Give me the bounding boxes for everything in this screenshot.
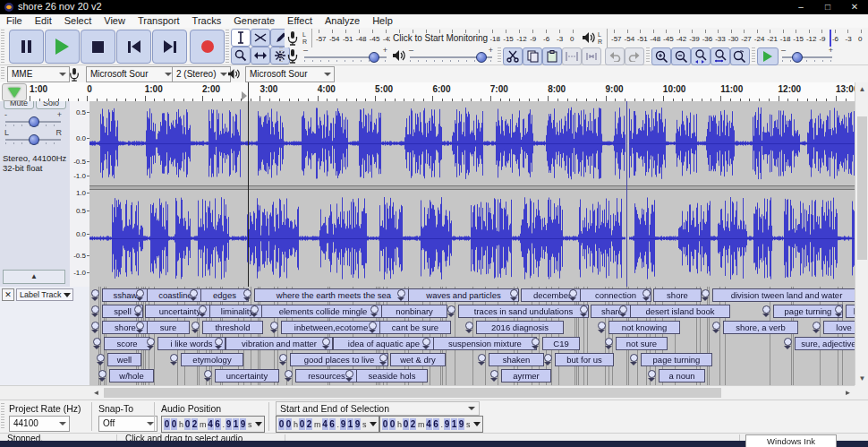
playback-volume-slider[interactable]: –+	[410, 49, 492, 64]
trim-audio-button[interactable]	[562, 47, 582, 65]
label[interactable]: inbetween,ecotome	[281, 321, 381, 334]
label-handle[interactable]	[447, 305, 455, 314]
vertical-ruler[interactable]: 0.50.0-0.5-1.01.00.50.0-0.5-1.0	[70, 101, 90, 288]
menu-analyze[interactable]: Analyze	[319, 14, 366, 27]
label-handle[interactable]	[91, 289, 99, 297]
label[interactable]: waves and particles	[408, 288, 519, 302]
label[interactable]: sure, adjective	[795, 337, 855, 350]
tools-grip[interactable]	[226, 30, 229, 64]
label-handle[interactable]	[199, 305, 207, 314]
play-at-speed-button[interactable]	[757, 47, 779, 65]
label-handle[interactable]	[270, 322, 278, 330]
label[interactable]: score	[104, 337, 150, 350]
label[interactable]: shaken	[489, 353, 544, 366]
time-digit[interactable]: 4	[208, 418, 214, 430]
horizontal-scrollbar-thumb[interactable]	[104, 388, 721, 398]
track-control-panel[interactable]: Mute Solo -+ LR Stereo, 44100Hz32-bit fl…	[0, 101, 71, 288]
selection-start-field[interactable]: 00h02m46.919s	[276, 416, 379, 433]
project-rate-select[interactable]: 44100	[9, 416, 70, 432]
label-handle[interactable]	[702, 289, 710, 297]
pause-button[interactable]	[9, 30, 44, 64]
label-handle[interactable]	[478, 354, 486, 362]
label[interactable]: share	[591, 305, 634, 318]
time-digit[interactable]: 9	[458, 418, 464, 430]
menu-select[interactable]: Select	[58, 14, 98, 27]
menu-edit[interactable]: Edit	[29, 14, 58, 27]
label[interactable]: threshold	[202, 321, 263, 334]
time-digit[interactable]: 9	[354, 418, 361, 430]
timeshift-tool-button[interactable]	[251, 47, 270, 64]
label[interactable]: division tween land and water	[712, 288, 855, 302]
label-handle[interactable]	[813, 322, 821, 330]
scroll-down-icon[interactable]: ▼	[855, 372, 868, 385]
label[interactable]: seaside hols	[356, 369, 428, 383]
ruler-scale[interactable]: 1:0001:002:003:004:005:006:007:008:009:0…	[27, 82, 855, 101]
label-handle[interactable]	[569, 289, 577, 297]
label[interactable]: wet & dry	[390, 353, 446, 366]
time-digit[interactable]: 1	[347, 418, 353, 430]
clip-boundary[interactable]	[626, 101, 627, 287]
zoom-out-button[interactable]	[671, 47, 691, 65]
maximize-button[interactable]: □	[814, 0, 841, 14]
menu-generate[interactable]: Generate	[227, 14, 281, 27]
scroll-right-icon[interactable]: ►	[841, 386, 855, 400]
label-handle[interactable]	[91, 322, 99, 330]
close-button[interactable]: ✕	[841, 0, 868, 14]
toolbar-grip[interactable]	[1, 30, 4, 64]
scroll-left-icon[interactable]: ◄	[89, 386, 103, 400]
label[interactable]: not sure	[616, 337, 668, 350]
edit-grip[interactable]	[498, 47, 501, 63]
label-handle[interactable]	[762, 305, 770, 314]
label-handle[interactable]	[136, 322, 144, 330]
label-handle[interactable]	[345, 370, 353, 378]
label-handle[interactable]	[285, 370, 293, 378]
label-handle[interactable]	[370, 305, 379, 314]
playback-speed-slider[interactable]: –+	[782, 49, 832, 64]
audio-host-select[interactable]: MME	[7, 66, 70, 82]
audio-position-field[interactable]: 00h02m46.919s	[161, 416, 265, 433]
menu-transport[interactable]: Transport	[132, 14, 186, 27]
device-grip[interactable]	[1, 67, 4, 81]
skip-to-end-button[interactable]	[152, 30, 187, 64]
label[interactable]: cant be sure	[379, 321, 451, 334]
label[interactable]: good places to live	[290, 353, 388, 366]
label-handle[interactable]	[279, 354, 287, 362]
pan-thumb[interactable]	[29, 134, 39, 145]
zoom-fit-button[interactable]	[711, 47, 730, 65]
label-handle[interactable]	[465, 322, 473, 330]
label[interactable]: well	[107, 353, 141, 366]
label-handle[interactable]	[98, 370, 106, 378]
undo-button[interactable]	[605, 47, 625, 65]
label-handle[interactable]	[215, 338, 223, 346]
label[interactable]: elements collide mingle	[261, 305, 385, 318]
silence-audio-button[interactable]	[582, 47, 601, 65]
vertical-scrollbar[interactable]: ▲ ▼	[855, 82, 868, 385]
label-handle[interactable]	[397, 289, 405, 297]
label-handle[interactable]	[422, 338, 430, 346]
recording-meter[interactable]: L R -57-54-51-48-45-42-39-36-33-30-27-24…	[285, 29, 576, 47]
zoom-grip[interactable]	[646, 47, 650, 63]
label-handle[interactable]	[136, 289, 144, 297]
label[interactable]: a noun	[659, 369, 705, 383]
label[interactable]: sure	[147, 321, 190, 334]
gain-slider[interactable]: -+	[5, 114, 61, 128]
playback-volume-thumb[interactable]	[476, 52, 487, 63]
paste-button[interactable]	[542, 47, 562, 65]
stop-button[interactable]	[81, 30, 115, 64]
time-digit[interactable]: 6	[215, 418, 221, 430]
label-handle[interactable]	[243, 289, 251, 297]
time-digit[interactable]: 0	[285, 418, 292, 430]
time-digit[interactable]: 0	[184, 418, 191, 430]
solo-button[interactable]: Solo	[36, 101, 66, 109]
collapse-track-button[interactable]: ▲	[3, 270, 65, 284]
time-digit[interactable]: 9	[240, 418, 246, 430]
copy-button[interactable]	[523, 47, 542, 65]
selection-mode-select[interactable]: Start and End of Selection	[276, 401, 480, 416]
playback-device-select[interactable]: Microsoft Sour	[245, 66, 335, 82]
label-handle[interactable]	[532, 338, 540, 346]
time-digit[interactable]: 9	[226, 418, 232, 430]
snap-to-select[interactable]: Off	[98, 416, 157, 432]
label-handle[interactable]	[379, 354, 387, 362]
field-dropdown-icon[interactable]	[255, 422, 262, 426]
time-digit[interactable]: 4	[322, 418, 328, 430]
